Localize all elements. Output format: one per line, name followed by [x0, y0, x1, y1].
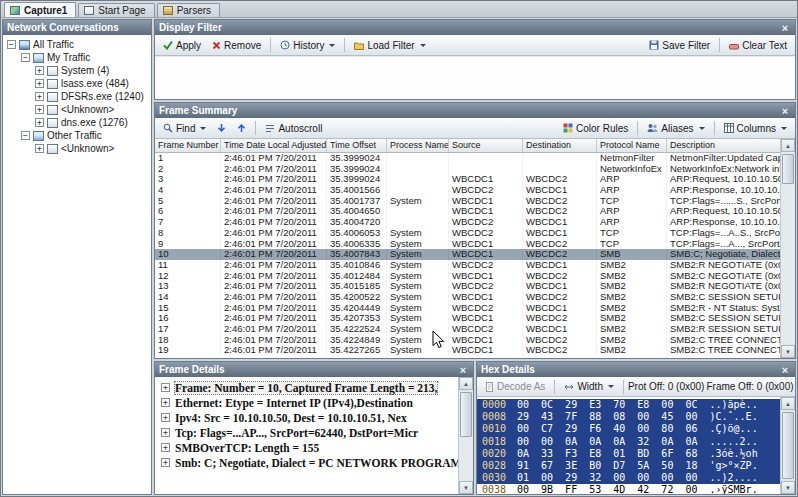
frame-summary-row[interactable]: 16 2:46:01 PM 7/20/2011 35.4207353 Syste…: [155, 313, 780, 324]
hex-row[interactable]: 0020 0A 33 F3 E8 01 BD 6F 68 .3óè.½oh: [477, 448, 780, 460]
tree-expander-icon[interactable]: +: [161, 458, 170, 467]
scroll-up-icon[interactable]: ▲: [781, 397, 795, 410]
tree-item[interactable]: + <Unknown>: [3, 103, 151, 116]
frame-summary-row[interactable]: 3 2:46:01 PM 7/20/2011 35.3999024 WBCDC1…: [155, 174, 780, 185]
tree-item[interactable]: − My Traffic: [3, 51, 151, 64]
scrollbar-track[interactable]: [459, 390, 473, 481]
tree-item[interactable]: + dns.exe (1276): [3, 116, 151, 129]
tree-item[interactable]: − All Traffic: [3, 38, 151, 51]
tree-expander-icon[interactable]: +: [35, 79, 44, 88]
frame-summary-row[interactable]: 18 2:46:01 PM 7/20/2011 35.4224849 Syste…: [155, 335, 780, 346]
column-header-destination[interactable]: Destination: [523, 139, 597, 152]
close-icon[interactable]: ×: [457, 364, 469, 376]
tree-expander-icon[interactable]: +: [35, 92, 44, 101]
frame-details-line[interactable]: + Frame: Number = 10, Captured Frame Len…: [155, 380, 458, 395]
scrollbar-thumb[interactable]: [782, 154, 794, 184]
frame-summary-row[interactable]: 5 2:46:01 PM 7/20/2011 35.4001737 System…: [155, 196, 780, 207]
tree-expander-icon[interactable]: +: [35, 118, 44, 127]
color-rules-button[interactable]: Color Rules: [558, 121, 633, 136]
save-filter-button[interactable]: Save Filter: [644, 38, 715, 53]
width-button[interactable]: Width: [559, 379, 619, 394]
tree-expander-icon[interactable]: +: [35, 105, 44, 114]
columns-button[interactable]: Columns: [719, 121, 792, 136]
tree-expander-icon[interactable]: −: [21, 131, 30, 140]
column-header-source[interactable]: Source: [449, 139, 523, 152]
load-filter-button[interactable]: Load Filter: [349, 38, 430, 53]
close-icon[interactable]: ×: [779, 22, 791, 34]
tree-expander-icon[interactable]: +: [161, 413, 170, 422]
frame-summary-row[interactable]: 6 2:46:01 PM 7/20/2011 35.4004650 WBCDC1…: [155, 206, 780, 217]
column-header-protocol-name[interactable]: Protocol Name: [597, 139, 667, 152]
column-header-process-name[interactable]: Process Name: [387, 139, 449, 152]
tree-item[interactable]: + <Unknown>: [3, 142, 151, 155]
column-header-time-offset[interactable]: Time Offset: [327, 139, 387, 152]
remove-filter-button[interactable]: Remove: [207, 38, 266, 53]
hex-details-scrollbar[interactable]: ▲ ▼: [780, 397, 795, 494]
frame-summary-row[interactable]: 10 2:46:01 PM 7/20/2011 35.4007843 Syste…: [155, 249, 780, 260]
frame-summary-row[interactable]: 1 2:46:01 PM 7/20/2011 35.3999024 Netmon…: [155, 153, 780, 164]
tree-item[interactable]: − Other Traffic: [3, 129, 151, 142]
tree-expander-icon[interactable]: +: [161, 383, 170, 392]
frame-summary-row[interactable]: 15 2:46:01 PM 7/20/2011 35.4204449 Syste…: [155, 303, 780, 314]
column-header-time[interactable]: Time Date Local Adjusted: [221, 139, 327, 152]
frame-summary-row[interactable]: 9 2:46:01 PM 7/20/2011 35.4006335 System…: [155, 239, 780, 250]
frame-details-line[interactable]: + Smb: C; Negotiate, Dialect = PC NETWOR…: [155, 455, 458, 470]
frame-details-line[interactable]: + Ethernet: Etype = Internet IP (IPv4),D…: [155, 395, 458, 410]
frame-summary-row[interactable]: 11 2:46:01 PM 7/20/2011 35.4010846 Syste…: [155, 260, 780, 271]
find-previous-button[interactable]: [232, 121, 251, 135]
frame-summary-row[interactable]: 13 2:46:01 PM 7/20/2011 35.4015185 Syste…: [155, 281, 780, 292]
tree-expander-icon[interactable]: +: [161, 428, 170, 437]
close-icon[interactable]: ×: [779, 364, 791, 376]
decode-as-button[interactable]: Decode As: [480, 379, 550, 394]
scroll-down-icon[interactable]: ▼: [781, 481, 795, 494]
document-tab[interactable]: Start Page: [78, 3, 154, 17]
scroll-up-icon[interactable]: ▲: [781, 139, 795, 152]
hex-row[interactable]: 0030 01 00 29 32 00 00 00 00 ..)2....: [477, 472, 780, 484]
tree-expander-icon[interactable]: +: [35, 144, 44, 153]
hex-row[interactable]: 0010 00 C7 29 F6 40 00 80 06 .Ç)ö@...: [477, 423, 780, 435]
scroll-down-icon[interactable]: ▼: [459, 481, 473, 494]
frame-summary-row[interactable]: 17 2:46:01 PM 7/20/2011 35.4222524 Syste…: [155, 324, 780, 335]
hex-row[interactable]: 0008 29 43 7F 88 08 00 45 00 )C.ˆ..E.: [477, 411, 780, 423]
scroll-up-icon[interactable]: ▲: [459, 377, 473, 390]
frame-summary-row[interactable]: 2 2:46:01 PM 7/20/2011 35.3999024 Networ…: [155, 164, 780, 175]
scrollbar-track[interactable]: [781, 410, 795, 481]
tree-expander-icon[interactable]: +: [161, 398, 170, 407]
frame-summary-row[interactable]: 7 2:46:01 PM 7/20/2011 35.4004720 WBCDC2…: [155, 217, 780, 228]
tree-item[interactable]: + DFSRs.exe (1240): [3, 90, 151, 103]
autoscroll-button[interactable]: Autoscroll: [260, 121, 327, 136]
close-icon[interactable]: ×: [779, 105, 791, 117]
frame-details-line[interactable]: + Ipv4: Src = 10.10.10.50, Dest = 10.10.…: [155, 410, 458, 425]
frame-details-line[interactable]: + Tcp: Flags=...AP..., SrcPort=62440, Ds…: [155, 425, 458, 440]
tree-expander-icon[interactable]: −: [21, 53, 30, 62]
aliases-button[interactable]: Aliases: [642, 121, 709, 136]
document-tab[interactable]: Parsers: [157, 3, 220, 17]
frame-summary-row[interactable]: 12 2:46:01 PM 7/20/2011 35.4012484 Syste…: [155, 271, 780, 282]
scrollbar-thumb[interactable]: [460, 392, 472, 437]
frame-details-line[interactable]: + SMBOverTCP: Length = 155: [155, 440, 458, 455]
scroll-down-icon[interactable]: ▼: [781, 345, 795, 358]
find-button[interactable]: Find: [158, 121, 211, 136]
scrollbar-thumb[interactable]: [782, 412, 794, 479]
frame-details-scrollbar[interactable]: ▲ ▼: [458, 377, 473, 494]
scrollbar-track[interactable]: [781, 152, 795, 345]
tree-expander-icon[interactable]: +: [161, 443, 170, 452]
column-header-description[interactable]: Description: [667, 139, 780, 152]
tree-expander-icon[interactable]: +: [35, 66, 44, 75]
history-button[interactable]: History: [275, 38, 340, 53]
document-tab[interactable]: Capture1: [4, 2, 76, 17]
frame-summary-row[interactable]: 8 2:46:01 PM 7/20/2011 35.4006053 System…: [155, 228, 780, 239]
clear-text-button[interactable]: Clear Text: [724, 38, 792, 53]
hex-row[interactable]: 0000 00 0C 29 E3 70 E8 00 0C ..)ãpè..: [477, 399, 780, 411]
hex-row[interactable]: 0038 00 9B FF 53 4D 42 72 00 .›ÿSMBr.: [477, 484, 780, 494]
hex-row[interactable]: 0028 91 67 3E B0 D7 5A 50 18 'g>°×ZP.: [477, 460, 780, 472]
hex-row[interactable]: 0018 00 00 0A 0A 0A 32 0A 0A .....2..: [477, 436, 780, 448]
apply-filter-button[interactable]: Apply: [158, 38, 206, 53]
column-header-frame-number[interactable]: Frame Number: [155, 139, 221, 152]
tree-expander-icon[interactable]: −: [7, 40, 16, 49]
frame-summary-row[interactable]: 14 2:46:01 PM 7/20/2011 35.4200522 Syste…: [155, 292, 780, 303]
tree-item[interactable]: + lsass.exe (484): [3, 77, 151, 90]
tree-item[interactable]: + System (4): [3, 64, 151, 77]
filter-editor[interactable]: [155, 56, 795, 99]
frame-summary-scrollbar[interactable]: ▲ ▼: [780, 139, 795, 358]
